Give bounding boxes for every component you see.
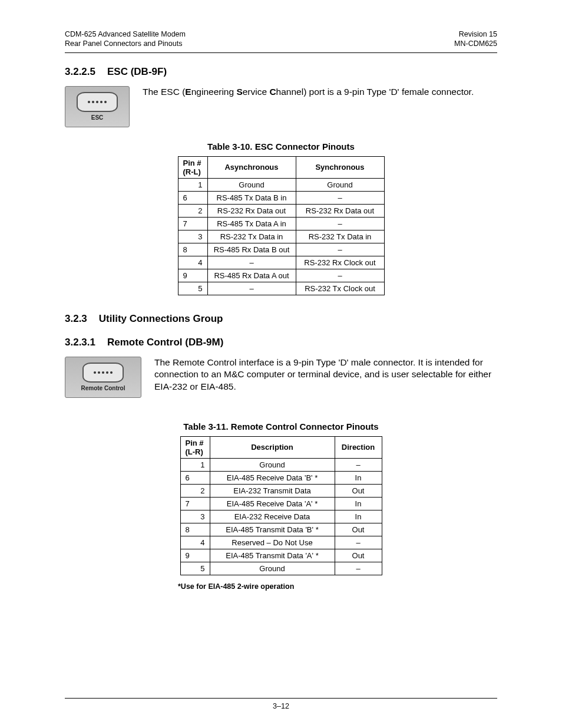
cell-pin: 6 <box>180 471 210 484</box>
cell-sync: – <box>296 243 384 256</box>
heading-3-2-3-1: 3.2.3.1 Remote Control (DB-9M) <box>65 337 497 348</box>
cell-dir: Out <box>335 523 382 536</box>
cell-pin: 4 <box>178 256 207 269</box>
cell-pin: 1 <box>178 178 207 191</box>
table-row: 7EIA-485 Receive Data 'A' *In <box>180 497 382 510</box>
cell-pin: 2 <box>178 204 207 217</box>
cell-sync: Ground <box>296 178 384 191</box>
cell-pin: 7 <box>178 217 207 230</box>
esc-body-text: The ESC (Engineering Service Channel) po… <box>143 86 497 98</box>
remote-section-block: Remote Control The Remote Control interf… <box>65 357 497 398</box>
cell-desc: Reserved – Do Not Use <box>210 536 335 549</box>
cell-dir: In <box>335 510 382 523</box>
cell-desc: Ground <box>210 562 335 575</box>
table-3-11-caption: Table 3-11. Remote Control Connector Pin… <box>65 421 497 431</box>
cell-pin: 3 <box>178 230 207 243</box>
header-left-2: Rear Panel Connectors and Pinouts <box>65 39 186 48</box>
cell-desc: EIA-485 Receive Data 'A' * <box>210 497 335 510</box>
heading-number: 3.2.3.1 <box>65 337 95 348</box>
cell-sync: RS-232 Tx Clock out <box>296 282 384 295</box>
table-row: 2RS-232 Rx Data outRS-232 Rx Data out <box>178 204 384 217</box>
table-row: 8RS-485 Rx Data B out– <box>178 243 384 256</box>
cell-pin: 5 <box>180 562 210 575</box>
table-row: 6EIA-485 Receive Data 'B' *In <box>180 471 382 484</box>
cell-async: Ground <box>207 178 296 191</box>
cell-async: – <box>207 282 296 295</box>
header-right-1: Revision 15 <box>454 29 497 39</box>
cell-pin: 2 <box>180 484 210 497</box>
cell-dir: Out <box>335 484 382 497</box>
cell-desc: EIA-485 Receive Data 'B' * <box>210 471 335 484</box>
table-row: 4–RS-232 Rx Clock out <box>178 256 384 269</box>
table-row: 9EIA-485 Transmit Data 'A' *Out <box>180 549 382 562</box>
cell-sync: RS-232 Rx Clock out <box>296 256 384 269</box>
th-pin: Pin # (L-R) <box>180 436 210 458</box>
cell-desc: Ground <box>210 458 335 471</box>
cell-pin: 4 <box>180 536 210 549</box>
table-row: 1Ground– <box>180 458 382 471</box>
cell-async: RS-485 Rx Data A out <box>207 269 296 282</box>
table-row: 9RS-485 Rx Data A out– <box>178 269 384 282</box>
cell-desc: EIA-485 Transmit Data 'A' * <box>210 549 335 562</box>
table-3-11-footnote: *Use for EIA-485 2-wire operation <box>178 582 384 591</box>
cell-pin: 3 <box>180 510 210 523</box>
esc-image-label: ESC <box>91 114 104 121</box>
remote-image-label: Remote Control <box>81 385 125 391</box>
heading-number: 3.2.2.5 <box>65 66 95 78</box>
heading-3-2-2-5: 3.2.2.5 ESC (DB-9F) <box>65 66 497 78</box>
table-3-10-caption: Table 3-10. ESC Connector Pinouts <box>65 141 497 151</box>
header-rule <box>65 52 497 53</box>
table-row: 1GroundGround <box>178 178 384 191</box>
cell-pin: 8 <box>180 523 210 536</box>
th-desc: Description <box>210 436 335 458</box>
heading-title: ESC (DB-9F) <box>107 66 167 78</box>
header-left-1: CDM-625 Advanced Satellite Modem <box>65 29 186 39</box>
table-row: 5–RS-232 Tx Clock out <box>178 282 384 295</box>
cell-desc: EIA-232 Transmit Data <box>210 484 335 497</box>
esc-section-block: ESC The ESC (Engineering Service Channel… <box>65 86 497 127</box>
cell-async: RS-485 Tx Data B in <box>207 191 296 204</box>
cell-dir: Out <box>335 549 382 562</box>
remote-connector-image: Remote Control <box>65 357 141 398</box>
remote-body-text: The Remote Control interface is a 9-pin … <box>154 357 497 394</box>
cell-async: RS-232 Tx Data in <box>207 230 296 243</box>
th-async: Asynchronous <box>207 156 296 178</box>
cell-async: RS-485 Rx Data B out <box>207 243 296 256</box>
cell-sync: RS-232 Tx Data in <box>296 230 384 243</box>
th-pin: Pin # (R-L) <box>178 156 207 178</box>
cell-dir: In <box>335 497 382 510</box>
cell-dir: – <box>335 458 382 471</box>
cell-dir: In <box>335 471 382 484</box>
cell-pin: 6 <box>178 191 207 204</box>
cell-async: RS-232 Rx Data out <box>207 204 296 217</box>
th-sync: Synchronous <box>296 156 384 178</box>
page-number: 3–12 <box>0 702 562 710</box>
cell-dir: – <box>335 536 382 549</box>
heading-number: 3.2.3 <box>65 313 87 325</box>
cell-async: – <box>207 256 296 269</box>
cell-sync: – <box>296 217 384 230</box>
cell-dir: – <box>335 562 382 575</box>
cell-desc: EIA-485 Transmit Data 'B' * <box>210 523 335 536</box>
header-right-2: MN-CDM625 <box>454 39 497 48</box>
table-row: 5Ground– <box>180 562 382 575</box>
cell-pin: 8 <box>178 243 207 256</box>
heading-3-2-3: 3.2.3 Utility Connections Group <box>65 313 497 325</box>
cell-pin: 5 <box>178 282 207 295</box>
heading-title: Remote Control (DB-9M) <box>107 337 223 348</box>
table-row: 8EIA-485 Transmit Data 'B' *Out <box>180 523 382 536</box>
table-row: 6RS-485 Tx Data B in– <box>178 191 384 204</box>
table-3-11: Pin # (L-R) Description Direction 1Groun… <box>180 436 382 575</box>
page-header: CDM-625 Advanced Satellite Modem Rear Pa… <box>65 29 497 49</box>
cell-pin: 1 <box>180 458 210 471</box>
cell-sync: RS-232 Rx Data out <box>296 204 384 217</box>
table-row: 7RS-485 Tx Data A in– <box>178 217 384 230</box>
table-row: 3EIA-232 Receive DataIn <box>180 510 382 523</box>
cell-pin: 7 <box>180 497 210 510</box>
th-dir: Direction <box>335 436 382 458</box>
cell-pin: 9 <box>178 269 207 282</box>
footer-rule <box>65 698 497 699</box>
heading-title: Utility Connections Group <box>99 313 223 325</box>
table-row: 4Reserved – Do Not Use– <box>180 536 382 549</box>
table-row: 2EIA-232 Transmit DataOut <box>180 484 382 497</box>
